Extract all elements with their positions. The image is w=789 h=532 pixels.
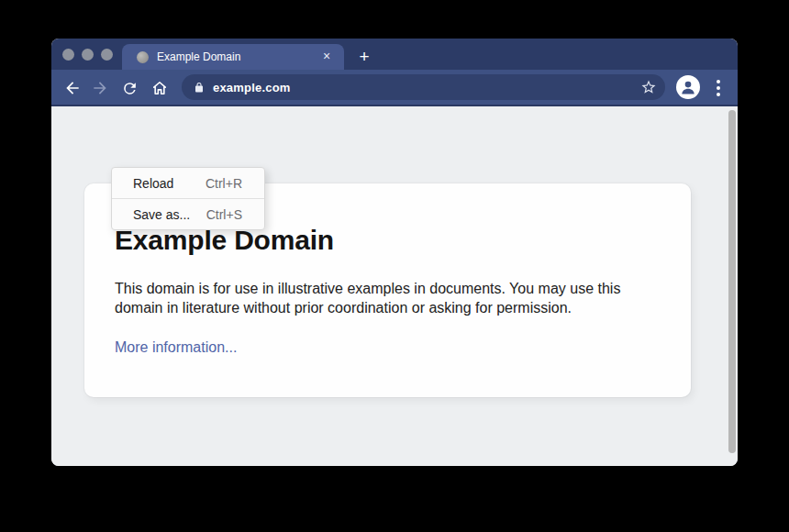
menu-item-label: Reload	[133, 176, 173, 191]
person-icon	[679, 78, 697, 96]
new-tab-button[interactable]: +	[351, 44, 377, 70]
tab-title: Example Domain	[157, 50, 240, 63]
kebab-dot	[717, 86, 720, 90]
menu-item-shortcut: Ctrl+S	[206, 207, 242, 222]
context-menu: Reload Ctrl+R Save as... Ctrl+S	[111, 167, 265, 230]
traffic-light-maximize-button[interactable]	[101, 49, 113, 61]
star-icon	[640, 79, 657, 95]
menu-item-shortcut: Ctrl+R	[206, 176, 242, 191]
bookmark-star-button[interactable]	[639, 78, 658, 96]
tab-close-button[interactable]: ×	[319, 44, 334, 70]
forward-arrow-icon	[91, 79, 109, 97]
more-information-link[interactable]: More information...	[115, 339, 237, 356]
page-content: Example Domain This domain is for use in…	[51, 106, 738, 466]
traffic-light-close-button[interactable]	[62, 49, 74, 61]
url-text: example.com	[213, 81, 291, 94]
kebab-dot	[717, 80, 720, 83]
titlebar: Example Domain × +	[51, 39, 738, 70]
home-button[interactable]	[149, 77, 171, 99]
scrollbar-thumb[interactable]	[728, 110, 736, 453]
window-controls	[62, 49, 113, 61]
home-icon	[150, 79, 169, 97]
reload-button[interactable]	[118, 77, 140, 99]
toolbar: example.com	[51, 70, 738, 106]
browser-window: Example Domain × +	[51, 39, 738, 466]
lock-icon	[194, 82, 205, 94]
browser-menu-button[interactable]	[711, 77, 726, 99]
menu-item-reload[interactable]: Reload Ctrl+R	[112, 168, 264, 198]
favicon-globe-icon	[137, 51, 149, 63]
menu-item-save-as[interactable]: Save as... Ctrl+S	[112, 199, 264, 229]
profile-avatar-button[interactable]	[676, 75, 700, 99]
forward-button[interactable]	[89, 77, 111, 99]
back-arrow-icon	[63, 79, 82, 97]
reload-icon	[121, 80, 139, 97]
tab-example-domain[interactable]: Example Domain ×	[122, 44, 344, 70]
address-bar[interactable]: example.com	[182, 74, 665, 100]
page-body-text: This domain is for use in illustrative e…	[115, 279, 665, 317]
kebab-dot	[717, 93, 720, 96]
traffic-light-minimize-button[interactable]	[82, 49, 94, 61]
back-button[interactable]	[61, 77, 83, 99]
menu-item-label: Save as...	[133, 207, 190, 222]
